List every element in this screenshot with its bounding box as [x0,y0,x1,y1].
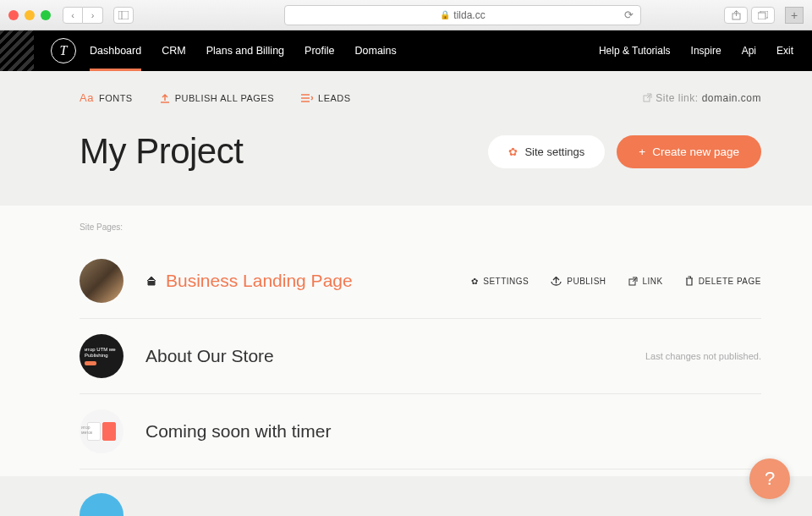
trash-icon [685,276,694,286]
home-icon [145,275,157,287]
traffic-lights [8,10,51,20]
publish-icon [551,277,562,286]
nav-dashboard[interactable]: Dashboard [90,31,141,70]
leads-label: LEADS [318,93,351,103]
publish-all-button[interactable]: PUBLISH ALL PAGES [160,93,274,103]
plus-icon: + [639,145,645,158]
minimize-window-button[interactable] [25,10,35,20]
site-settings-button[interactable]: ✿ Site settings [488,135,605,168]
tabs-button[interactable] [751,7,775,24]
pages-label: Site Pages: [80,222,761,232]
leads-icon [301,94,313,102]
page-row[interactable] [80,469,761,516]
content-area: Aa FONTS PUBLISH ALL PAGES LEADS Site li… [0,71,812,516]
help-icon: ? [765,468,775,490]
site-link-domain: domain.com [702,92,761,104]
nav-api[interactable]: Api [742,31,756,70]
site-link[interactable]: Site link: domain.com [643,92,761,104]
page-delete-button[interactable]: DELETE PAGE [685,276,761,286]
refresh-icon[interactable]: ⟳ [624,8,634,21]
close-window-button[interactable] [8,10,19,20]
site-link-label: Site link: [656,92,698,104]
page-settings-button[interactable]: ✿ SETTINGS [471,276,529,286]
back-button[interactable]: ‹ [63,7,83,24]
page-thumbnail[interactable]: иторметок [80,409,123,453]
new-tab-button[interactable]: + [785,7,804,24]
page-row[interactable]: иторметок Coming soon with timer [80,394,761,469]
page-title[interactable]: Coming soon with timer [145,421,331,442]
page-thumbnail[interactable]: итор UTM ме Publishing [80,334,123,378]
fonts-label: FONTS [99,93,133,103]
gear-icon: ✿ [508,145,518,158]
nav-crm[interactable]: CRM [162,31,185,70]
help-button[interactable]: ? [749,458,790,499]
share-button[interactable] [724,7,748,24]
main-nav: T Dashboard CRM Plans and Billing Profil… [0,30,812,71]
page-thumbnail[interactable] [80,259,123,303]
gear-icon: ✿ [471,277,479,286]
page-thumbnail[interactable] [80,493,123,516]
external-link-icon [628,277,638,286]
page-publish-button[interactable]: PUBLISH [551,276,606,286]
page-title[interactable]: About Our Store [145,346,274,366]
browser-chrome: ‹ › 🔒 tilda.cc ⟳ + [0,0,812,30]
logo[interactable]: T [51,38,76,63]
forward-button[interactable]: › [83,7,103,24]
share-icon [732,10,741,20]
decorative-pattern [0,30,34,71]
create-button-label: Create new page [652,145,739,158]
nav-domains[interactable]: Domains [354,31,396,70]
page-link-button[interactable]: LINK [628,276,663,286]
leads-button[interactable]: LEADS [301,93,351,103]
nav-help-tutorials[interactable]: Help & Tutorials [599,31,671,70]
url-text: tilda.cc [453,9,485,21]
page-status: Last changes not published. [645,351,761,361]
sidebar-icon [118,11,129,19]
pages-section: Site Pages: Business Landing Page ✿ SETT… [0,206,812,476]
page-row[interactable]: итор UTM ме Publishing About Our Store L… [80,319,761,394]
external-link-icon [643,93,652,102]
upload-icon [160,93,170,103]
nav-inspire[interactable]: Inspire [691,31,721,70]
nav-exit[interactable]: Exit [776,31,793,70]
nav-plans-billing[interactable]: Plans and Billing [206,31,284,70]
page-title[interactable]: Business Landing Page [166,271,353,291]
tabs-icon [758,11,768,19]
svg-rect-0 [118,11,129,19]
sidebar-toggle-button[interactable] [113,7,134,24]
project-toolbar: Aa FONTS PUBLISH ALL PAGES LEADS Site li… [0,71,812,104]
fonts-icon: Aa [80,91,94,104]
create-page-button[interactable]: + Create new page [617,135,761,168]
settings-button-label: Site settings [524,145,584,158]
project-title: My Project [80,131,243,172]
project-header: My Project ✿ Site settings + Create new … [0,104,812,206]
publish-all-label: PUBLISH ALL PAGES [175,93,274,103]
fonts-button[interactable]: Aa FONTS [80,91,133,104]
maximize-window-button[interactable] [41,10,51,20]
address-bar[interactable]: 🔒 tilda.cc ⟳ [284,5,641,25]
nav-profile[interactable]: Profile [304,31,334,70]
svg-rect-3 [758,13,765,19]
page-row[interactable]: Business Landing Page ✿ SETTINGS PUBLISH [80,244,761,319]
lock-icon: 🔒 [440,10,450,19]
